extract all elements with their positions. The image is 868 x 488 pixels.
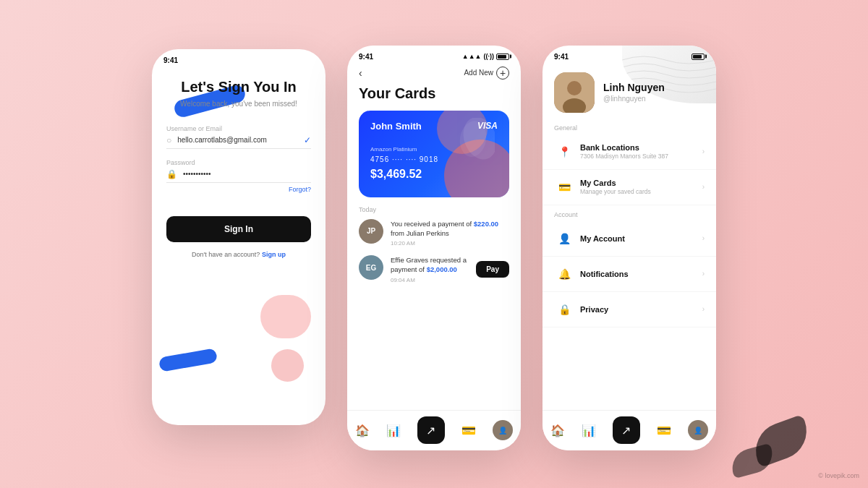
- battery-icon: [496, 53, 509, 60]
- status-bar: 9:41: [152, 49, 326, 64]
- password-label: Password: [166, 159, 311, 166]
- transaction-item-1: JP You received a payment of $220.00 fro…: [359, 219, 509, 247]
- username-input[interactable]: [177, 136, 304, 144]
- add-new-label: Add New: [464, 69, 493, 77]
- menu-item-bank-locations[interactable]: 📍 Bank Locations 7306 Madisyn Manors Sui…: [542, 134, 716, 170]
- deco-circle: [271, 349, 304, 382]
- time: 9:41: [163, 56, 178, 64]
- profile-nav-stats[interactable]: 📊: [582, 424, 596, 437]
- card-balance: $3,469.52: [370, 168, 498, 181]
- svg-point-3: [567, 81, 582, 95]
- profile-nav-avatar[interactable]: 👤: [688, 420, 708, 440]
- today-section: Today JP You received a payment of $220.…: [347, 197, 521, 283]
- txn-text-2: Effie Graves requested a payment of $2,0…: [391, 255, 469, 275]
- notifications-icon: 🔔: [554, 264, 574, 284]
- chevron-icon-1: ›: [702, 147, 705, 155]
- chevron-icon-4: ›: [702, 270, 705, 278]
- account-icon: 👤: [554, 228, 574, 249]
- signin-title: Let's Sign You In: [166, 79, 311, 95]
- signin-subtitle: Welcome back, you've been missed!: [166, 100, 311, 108]
- username-label: Username or Email: [166, 125, 311, 132]
- my-cards-subtitle: Manage your saved cards: [580, 188, 702, 195]
- card-type: Amazon Platinium: [370, 146, 498, 153]
- chevron-icon-2: ›: [702, 183, 705, 191]
- add-circle-icon[interactable]: +: [496, 67, 509, 80]
- nav-fab[interactable]: ↗: [417, 416, 445, 444]
- bank-locations-subtitle: 7306 Madisyn Manors Suite 387: [580, 153, 702, 160]
- forgot-link[interactable]: Forgot?: [289, 186, 311, 193]
- card-brand: VISA: [477, 121, 498, 131]
- nav-stats[interactable]: 📊: [386, 424, 401, 437]
- nav-home[interactable]: 🏠: [355, 424, 370, 437]
- password-input[interactable]: [183, 170, 311, 178]
- chevron-icon-5: ›: [702, 305, 705, 313]
- menu-item-my-account[interactable]: 👤 My Account ›: [542, 221, 716, 257]
- profile-time: 9:41: [554, 53, 569, 61]
- profile-nav-cards[interactable]: 💳: [657, 424, 671, 437]
- status-icons: ▲▲▲ ((·)): [462, 53, 509, 60]
- username-group: Username or Email ○ ✓: [166, 125, 311, 149]
- cards-nav: ‹ Add New +: [347, 61, 521, 85]
- pay-button[interactable]: Pay: [476, 261, 509, 278]
- bank-locations-title: Bank Locations: [580, 143, 702, 152]
- password-input-wrapper[interactable]: 🔒: [166, 169, 311, 183]
- menu-item-my-cards[interactable]: 💳 My Cards Manage your saved cards ›: [542, 170, 716, 205]
- bg-blob-2: [728, 443, 776, 479]
- signup-link[interactable]: Sign up: [262, 251, 286, 258]
- profile-nav-home[interactable]: 🏠: [550, 424, 565, 437]
- transaction-item-2: EG Effie Graves requested a payment of $…: [359, 255, 509, 283]
- add-new-group[interactable]: Add New +: [464, 67, 509, 80]
- menu-text-bank: Bank Locations 7306 Madisyn Manors Suite…: [580, 143, 702, 160]
- bottom-nav-cards: 🏠 📊 ↗ 💳 👤: [347, 410, 521, 450]
- card-number: 4756 ···· ···· 9018: [370, 155, 498, 163]
- notifications-title: Notifications: [580, 270, 702, 278]
- menu-item-privacy[interactable]: 🔒 Privacy ›: [542, 292, 716, 328]
- txn-time-2: 09:04 AM: [391, 277, 469, 283]
- back-button[interactable]: ‹: [359, 67, 362, 79]
- menu-text-cards: My Cards Manage your saved cards: [580, 179, 702, 195]
- txn-text-1: You received a payment of $220.00 from J…: [391, 219, 509, 239]
- menu-text-notifications: Notifications: [580, 270, 702, 278]
- avatar-image: [554, 72, 595, 113]
- menu-text-account: My Account: [580, 234, 702, 243]
- username-input-wrapper[interactable]: ○ ✓: [166, 135, 311, 149]
- txn-avatar-initials-1: JP: [359, 219, 383, 244]
- privacy-icon: 🔒: [554, 299, 574, 320]
- txn-time-1: 10:20 AM: [391, 240, 509, 247]
- txn-amount-1: $220.00: [474, 220, 498, 228]
- forgot-row: Forgot?: [166, 186, 311, 193]
- signup-row: Don't have an account? Sign up: [166, 251, 311, 258]
- card-visual[interactable]: John Smith VISA Amazon Platinium 4756 ··…: [359, 111, 509, 197]
- cards-icon: 💳: [554, 177, 574, 197]
- profile-username: @linhnguyen: [603, 95, 665, 103]
- today-label: Today: [359, 206, 509, 213]
- profile-avatar[interactable]: [554, 72, 595, 113]
- signin-content: Let's Sign You In Welcome back, you've b…: [152, 64, 326, 273]
- menu-text-privacy: Privacy: [580, 305, 702, 314]
- phone-cards: 9:41 ▲▲▲ ((·)) ‹ Add New + Your Cards Jo…: [347, 46, 521, 450]
- phone-signin: 9:41 Let's Sign You In Welcome back, you…: [152, 49, 326, 425]
- profile-battery-icon: [692, 53, 705, 60]
- nav-cards[interactable]: 💳: [461, 424, 476, 437]
- txn-info-2: Effie Graves requested a payment of $2,0…: [391, 255, 469, 283]
- menu-item-notifications[interactable]: 🔔 Notifications ›: [542, 257, 716, 292]
- txn-avatar-2: EG: [359, 255, 383, 280]
- lock-icon: 🔒: [166, 169, 177, 179]
- signup-text: Don't have an account?: [192, 251, 260, 258]
- check-icon: ✓: [304, 135, 311, 145]
- txn-avatar-1: JP: [359, 219, 383, 244]
- password-group: Password 🔒 Forgot?: [166, 159, 311, 193]
- chevron-icon-3: ›: [702, 234, 705, 242]
- profile-header: Linh Nguyen @linhnguyen: [542, 61, 716, 119]
- phone-profile: 9:41 ▲▲▲ ((·)) Linh Nguyen @linhnguyen G…: [542, 46, 716, 450]
- profile-nav-fab[interactable]: ↗: [613, 416, 640, 444]
- txn-avatar-initials-2: EG: [359, 255, 383, 280]
- nav-avatar[interactable]: 👤: [493, 420, 513, 440]
- privacy-title: Privacy: [580, 305, 702, 314]
- location-icon: 📍: [554, 142, 574, 162]
- user-icon: ○: [166, 135, 171, 145]
- watermark: © lovepik.com: [818, 472, 859, 479]
- my-cards-title: My Cards: [580, 179, 702, 187]
- txn-amount-2: $2,000.00: [427, 265, 457, 273]
- signin-button[interactable]: Sign In: [166, 216, 311, 242]
